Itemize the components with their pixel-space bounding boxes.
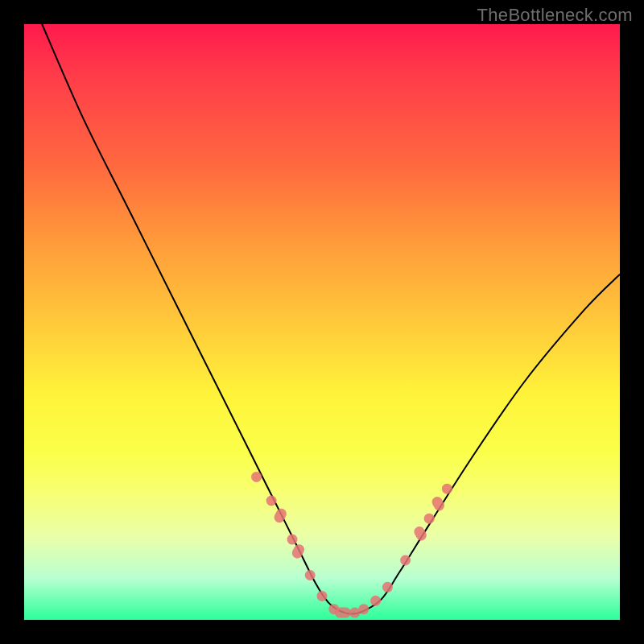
curve-marker [317, 591, 328, 601]
curve-marker [287, 535, 298, 545]
curve-marker [424, 514, 435, 524]
curve-marker [382, 582, 393, 592]
curve-marker [266, 496, 277, 506]
plot-area [24, 24, 620, 620]
bottleneck-curve [42, 24, 620, 614]
curve-marker [272, 507, 288, 525]
curve-marker [358, 604, 369, 614]
curve-marker [290, 543, 306, 560]
curve-marker [412, 525, 428, 543]
curve-marker [251, 472, 262, 482]
curve-marker [430, 495, 446, 513]
curve-markers [251, 472, 452, 618]
curve-marker [400, 555, 411, 566]
chart-svg [24, 24, 620, 620]
attribution-text: TheBottleneck.com [477, 5, 633, 26]
chart-container: TheBottleneck.com [0, 0, 644, 644]
curve-marker [335, 608, 351, 618]
curve-marker [442, 484, 452, 494]
curve-marker [305, 570, 316, 580]
curve-marker [349, 608, 360, 618]
curve-marker [370, 596, 381, 606]
